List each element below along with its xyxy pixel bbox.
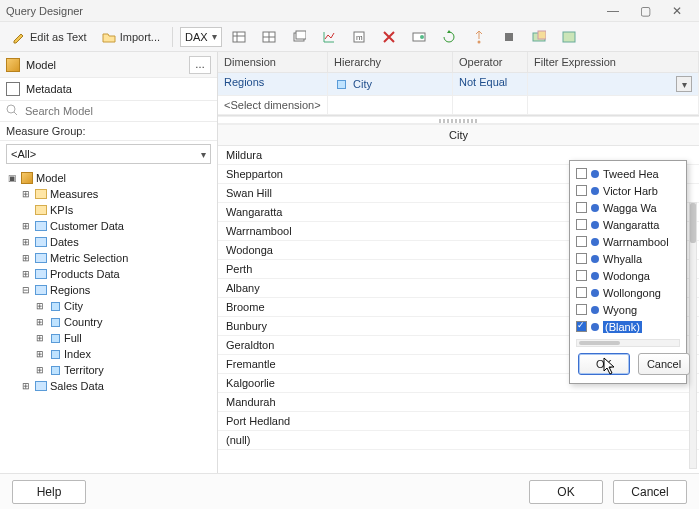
- col-hierarchy: Hierarchy: [328, 52, 453, 73]
- popup-item[interactable]: Warrnambool: [572, 233, 684, 250]
- results-header-city: City: [218, 125, 699, 146]
- import-button[interactable]: Import...: [96, 26, 165, 48]
- model-header: Model …: [0, 52, 217, 78]
- refresh-icon: [441, 29, 457, 45]
- tree-node-city[interactable]: ⊞City: [6, 298, 217, 314]
- popup-item[interactable]: Wagga Wa: [572, 199, 684, 216]
- query-mode-select[interactable]: DAX ▾: [180, 27, 222, 47]
- popup-item[interactable]: Wodonga: [572, 267, 684, 284]
- tb-icon-10[interactable]: [496, 26, 522, 48]
- tree-node-model[interactable]: ▣Model: [6, 170, 217, 186]
- results-row[interactable]: Mandurah: [218, 393, 699, 412]
- popup-ok-button[interactable]: OK: [578, 353, 630, 375]
- checkbox[interactable]: [576, 168, 587, 179]
- filter-expression-dropdown[interactable]: ▾: [676, 76, 692, 92]
- chevron-down-icon: ▾: [201, 149, 206, 160]
- maximize-button[interactable]: ▢: [629, 0, 661, 22]
- splitter[interactable]: [218, 116, 699, 124]
- search-row: [0, 101, 217, 122]
- search-input[interactable]: [23, 104, 211, 118]
- checkbox[interactable]: [576, 304, 587, 315]
- member-icon: [591, 170, 599, 178]
- stack-icon: [291, 29, 307, 45]
- close-button[interactable]: ✕: [661, 0, 693, 22]
- filter-operator[interactable]: Not Equal: [453, 73, 528, 96]
- scrollbar-thumb[interactable]: [690, 203, 696, 243]
- popup-item[interactable]: Tweed Hea: [572, 165, 684, 182]
- measure-group-select[interactable]: <All> ▾: [6, 144, 211, 164]
- toolbar-separator: [172, 27, 173, 47]
- tree-node-full[interactable]: ⊞Full: [6, 330, 217, 346]
- checkbox[interactable]: [576, 236, 587, 247]
- checkbox[interactable]: [576, 321, 587, 332]
- member-icon: [591, 323, 599, 331]
- tree-node-country[interactable]: ⊞Country: [6, 314, 217, 330]
- popup-item[interactable]: Wangaratta: [572, 216, 684, 233]
- popup-item[interactable]: Whyalla: [572, 250, 684, 267]
- dialog-footer: Help OK Cancel: [0, 473, 699, 509]
- grid-icon: [231, 29, 247, 45]
- filter-hierarchy[interactable]: City: [328, 73, 453, 96]
- tree-node-metric[interactable]: ⊞Metric Selection: [6, 250, 217, 266]
- select-dimension-placeholder[interactable]: <Select dimension>: [218, 96, 328, 115]
- checkbox[interactable]: [576, 202, 587, 213]
- scrollbar-vertical[interactable]: [689, 202, 697, 469]
- tb-icon-8[interactable]: [436, 26, 462, 48]
- tb-icon-6[interactable]: [376, 26, 402, 48]
- help-button[interactable]: Help: [12, 480, 86, 504]
- metadata-tree[interactable]: ▣Model ⊞Measures KPIs ⊞Customer Data ⊞Da…: [0, 168, 217, 473]
- checkbox[interactable]: [576, 287, 587, 298]
- metadata-icon: [6, 82, 20, 96]
- checkbox[interactable]: [576, 253, 587, 264]
- tb-icon-7[interactable]: [406, 26, 432, 48]
- tree-node-territory[interactable]: ⊞Territory: [6, 362, 217, 378]
- filter-expression-cell[interactable]: ▾: [528, 73, 699, 96]
- tb-icon-11[interactable]: [526, 26, 552, 48]
- filter-dimension[interactable]: Regions: [218, 73, 328, 96]
- cancel-button[interactable]: Cancel: [613, 480, 687, 504]
- popup-item[interactable]: Wollongong: [572, 284, 684, 301]
- tree-node-customer[interactable]: ⊞Customer Data: [6, 218, 217, 234]
- tb-icon-12[interactable]: [556, 26, 582, 48]
- popup-cancel-button[interactable]: Cancel: [638, 353, 690, 375]
- tb-icon-1[interactable]: [226, 26, 252, 48]
- tb-icon-2[interactable]: [256, 26, 282, 48]
- results-row[interactable]: Port Hedland: [218, 412, 699, 431]
- design-surface: Dimension Hierarchy Operator Filter Expr…: [218, 52, 699, 473]
- tb-icon-5[interactable]: m: [346, 26, 372, 48]
- checkbox[interactable]: [576, 270, 587, 281]
- results-row[interactable]: (null): [218, 431, 699, 450]
- model-more-button[interactable]: …: [189, 56, 211, 74]
- svg-rect-0: [233, 32, 245, 42]
- tb-icon-3[interactable]: [286, 26, 312, 48]
- member-icon: [591, 272, 599, 280]
- edit-as-text-button[interactable]: Edit as Text: [6, 26, 92, 48]
- tree-node-regions[interactable]: ⊟Regions: [6, 282, 217, 298]
- toolbar: Edit as Text Import... DAX ▾ m: [0, 22, 699, 52]
- popup-item[interactable]: (Blank): [572, 318, 684, 335]
- popup-item[interactable]: Wyong: [572, 301, 684, 318]
- tree-node-dates[interactable]: ⊞Dates: [6, 234, 217, 250]
- minimize-button[interactable]: —: [597, 0, 629, 22]
- ok-button[interactable]: OK: [529, 480, 603, 504]
- axis-icon: [321, 29, 337, 45]
- popup-scrollbar[interactable]: [576, 339, 680, 347]
- tb-icon-4[interactable]: [316, 26, 342, 48]
- tb-icon-9[interactable]: [466, 26, 492, 48]
- tree-node-sales[interactable]: ⊞Sales Data: [6, 378, 217, 394]
- tree-node-kpis[interactable]: KPIs: [6, 202, 217, 218]
- member-icon: [591, 187, 599, 195]
- chevron-down-icon: ▾: [212, 31, 217, 42]
- popup-item[interactable]: Victor Harb: [572, 182, 684, 199]
- member-icon: [591, 238, 599, 246]
- tree-node-measures[interactable]: ⊞Measures: [6, 186, 217, 202]
- tree-node-index[interactable]: ⊞Index: [6, 346, 217, 362]
- checkbox[interactable]: [576, 219, 587, 230]
- hierarchy-icon: [337, 80, 346, 89]
- svg-rect-13: [505, 33, 513, 41]
- filter-row[interactable]: Regions City Not Equal ▾: [218, 73, 699, 96]
- metadata-row[interactable]: Metadata: [0, 78, 217, 101]
- tree-node-products[interactable]: ⊞Products Data: [6, 266, 217, 282]
- checkbox[interactable]: [576, 185, 587, 196]
- popup-item-label: Wyong: [603, 304, 637, 316]
